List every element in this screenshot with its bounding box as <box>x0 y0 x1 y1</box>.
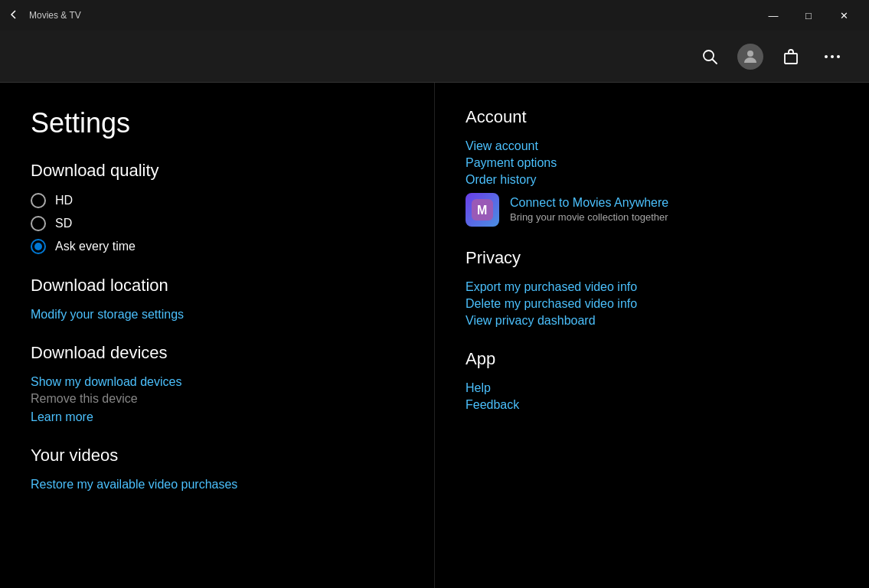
movies-anywhere-logo: M <box>466 193 499 227</box>
download-quality-section: Download quality HD SD Ask every time <box>31 161 403 254</box>
privacy-section: Privacy Export my purchased video info D… <box>466 248 838 328</box>
app-section: App Help Feedback <box>466 349 838 412</box>
radio-hd-label: HD <box>55 194 73 207</box>
titlebar: Movies & TV — □ ✕ <box>0 0 869 31</box>
your-videos-section: Your videos Restore my available video p… <box>31 446 403 492</box>
download-location-title: Download location <box>31 276 403 296</box>
navbar-right <box>696 43 846 70</box>
feedback-link[interactable]: Feedback <box>466 398 838 412</box>
show-download-devices-link[interactable]: Show my download devices <box>31 375 403 389</box>
radio-hd[interactable]: HD <box>31 193 403 208</box>
movies-anywhere-subtitle: Bring your movie collection together <box>510 211 668 223</box>
view-account-link[interactable]: View account <box>466 139 838 153</box>
privacy-dashboard-link[interactable]: View privacy dashboard <box>466 314 838 328</box>
radio-sd-label: SD <box>55 217 72 230</box>
download-devices-title: Download devices <box>31 343 403 363</box>
search-button[interactable] <box>696 43 724 70</box>
your-videos-title: Your videos <box>31 446 403 466</box>
radio-ask[interactable]: Ask every time <box>31 239 403 254</box>
svg-text:M: M <box>477 204 487 217</box>
shopping-bag-button[interactable] <box>777 43 805 70</box>
learn-more-link[interactable]: Learn more <box>31 410 403 424</box>
movies-anywhere-row: M Connect to Movies Anywhere Bring your … <box>466 193 838 227</box>
download-quality-title: Download quality <box>31 161 403 181</box>
svg-line-1 <box>713 59 717 64</box>
radio-sd[interactable]: SD <box>31 216 403 231</box>
maximize-button[interactable]: □ <box>791 3 826 28</box>
download-location-section: Download location Modify your storage se… <box>31 276 403 322</box>
main-content: Settings Download quality HD SD Ask ever… <box>0 83 869 588</box>
help-link[interactable]: Help <box>466 381 838 395</box>
account-title: Account <box>466 107 838 127</box>
radio-hd-circle <box>31 193 46 208</box>
svg-point-6 <box>837 55 840 58</box>
svg-rect-3 <box>785 54 797 64</box>
delete-video-info-link[interactable]: Delete my purchased video info <box>466 297 838 311</box>
left-panel: Settings Download quality HD SD Ask ever… <box>0 83 434 588</box>
app-title: Movies & TV <box>29 10 746 21</box>
back-button[interactable] <box>8 8 20 23</box>
more-options-button[interactable] <box>818 43 846 70</box>
page-title: Settings <box>31 107 403 139</box>
minimize-button[interactable]: — <box>756 3 791 28</box>
remove-device-text: Remove this device <box>31 392 403 406</box>
window-controls: — □ ✕ <box>756 3 861 28</box>
svg-point-4 <box>825 55 828 58</box>
app-title: App <box>466 349 838 369</box>
modify-storage-link[interactable]: Modify your storage settings <box>31 308 403 322</box>
avatar[interactable] <box>737 44 763 70</box>
payment-options-link[interactable]: Payment options <box>466 156 838 170</box>
movies-anywhere-text: Connect to Movies Anywhere Bring your mo… <box>510 196 668 224</box>
radio-ask-circle <box>31 239 46 254</box>
download-devices-section: Download devices Show my download device… <box>31 343 403 424</box>
privacy-title: Privacy <box>466 248 838 268</box>
radio-sd-circle <box>31 216 46 231</box>
svg-point-5 <box>831 55 834 58</box>
export-video-info-link[interactable]: Export my purchased video info <box>466 280 838 294</box>
account-section: Account View account Payment options Ord… <box>466 107 838 227</box>
connect-movies-anywhere-link[interactable]: Connect to Movies Anywhere <box>510 196 668 210</box>
order-history-link[interactable]: Order history <box>466 173 838 187</box>
close-button[interactable]: ✕ <box>826 3 861 28</box>
svg-point-2 <box>747 51 753 57</box>
quality-radio-group: HD SD Ask every time <box>31 193 403 254</box>
navbar <box>0 31 869 83</box>
restore-purchases-link[interactable]: Restore my available video purchases <box>31 478 403 492</box>
radio-ask-label: Ask every time <box>55 240 136 253</box>
right-panel: Account View account Payment options Ord… <box>434 83 869 588</box>
